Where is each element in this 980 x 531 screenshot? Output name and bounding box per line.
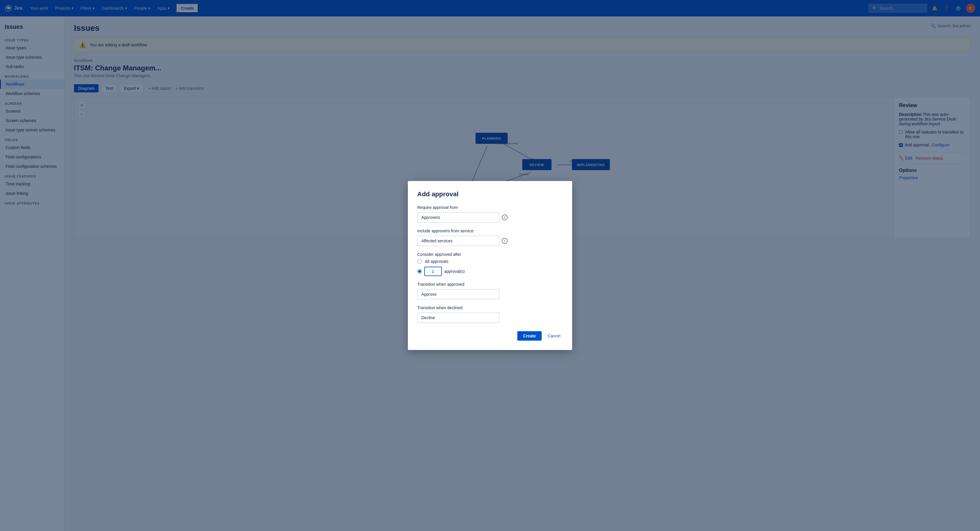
- consider-approved-field: Consider approved after All approvals ap…: [417, 252, 563, 276]
- create-button[interactable]: Create: [517, 331, 542, 340]
- n-approvals-radio[interactable]: [417, 269, 422, 274]
- transition-declined-field: Transition when declined Decline Other: [417, 305, 563, 323]
- all-approvals-label: All approvals: [425, 259, 448, 264]
- consider-approved-radio-group: All approvals approval(s): [417, 259, 563, 276]
- require-approval-info-icon[interactable]: i: [502, 215, 508, 220]
- include-approvers-label: Include approvers from service: [417, 229, 563, 233]
- n-approvals-option[interactable]: approval(s): [417, 267, 563, 276]
- consider-approved-label: Consider approved after: [417, 252, 563, 257]
- transition-approved-label: Transition when approved: [417, 282, 563, 287]
- add-approval-modal: Add approval Require approval from Appro…: [408, 181, 572, 350]
- require-approval-field: Require approval from Approvers Other i: [417, 205, 563, 223]
- include-approvers-wrapper: Affected services None i: [417, 235, 563, 246]
- n-approvals-label: approval(s): [444, 269, 465, 274]
- transition-approved-select[interactable]: Approve Other: [417, 289, 500, 299]
- include-approvers-select[interactable]: Affected services None: [417, 235, 500, 246]
- include-approvers-field: Include approvers from service Affected …: [417, 229, 563, 246]
- transition-approved-wrapper: Approve Other: [417, 289, 563, 299]
- cancel-button[interactable]: Cancel: [545, 331, 563, 340]
- require-approval-select[interactable]: Approvers Other: [417, 212, 500, 223]
- transition-declined-wrapper: Decline Other: [417, 312, 563, 323]
- all-approvals-option[interactable]: All approvals: [417, 259, 563, 264]
- n-approvals-input[interactable]: [424, 267, 442, 276]
- transition-approved-field: Transition when approved Approve Other: [417, 282, 563, 299]
- all-approvals-radio[interactable]: [417, 259, 422, 264]
- modal-overlay: Add approval Require approval from Appro…: [0, 0, 980, 531]
- include-approvers-info-icon[interactable]: i: [502, 238, 508, 244]
- modal-buttons: Create Cancel: [417, 331, 563, 340]
- transition-declined-select[interactable]: Decline Other: [417, 312, 500, 323]
- transition-declined-label: Transition when declined: [417, 305, 563, 310]
- modal-title: Add approval: [417, 191, 563, 198]
- require-approval-wrapper: Approvers Other i: [417, 212, 563, 223]
- require-approval-label: Require approval from: [417, 205, 563, 210]
